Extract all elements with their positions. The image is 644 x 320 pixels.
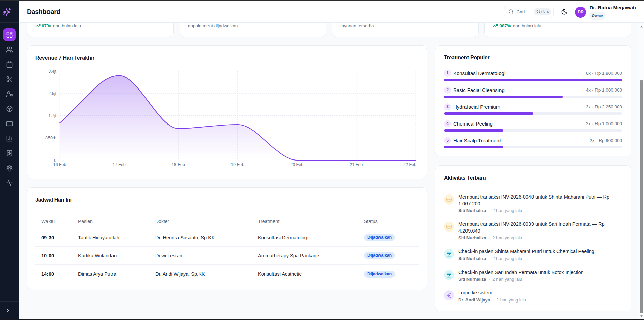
cell-time: 14:00 <box>41 271 78 277</box>
status-badge: Dijadwalkan <box>364 234 395 241</box>
content-viewport: 67% dari bulan lalu appointment dijadwal… <box>19 23 644 319</box>
activity-text: Check-in pasien Sari Indah Permata untuk… <box>458 269 584 276</box>
svg-text:21 Feb: 21 Feb <box>350 162 363 167</box>
cell-time: 10:00 <box>41 253 78 258</box>
search-placeholder: Cari... <box>516 9 532 14</box>
sidebar-item-activity[interactable] <box>3 176 16 189</box>
treatment-progress-fill <box>444 146 503 148</box>
cell-treatment: Konsultasi Aesthetic <box>258 271 364 277</box>
dark-mode-toggle[interactable] <box>561 9 568 15</box>
sidebar-item-treatments[interactable] <box>3 73 16 85</box>
activity-meta: Dr. Andi Wijaya · 2 hari yang lalu <box>458 297 526 303</box>
sidebar-collapse-button[interactable] <box>0 301 19 319</box>
receipt-icon <box>6 150 13 157</box>
treatment-name: Hair Scalp Treatment <box>453 138 501 143</box>
stat-card-appointments: appointment dijadwalkan <box>180 23 326 37</box>
activity-text: Membuat transaksi INV-2026-0039 untuk Sa… <box>458 221 620 234</box>
scrolled-content: 67% dari bulan lalu appointment dijadwal… <box>27 23 631 311</box>
activity-title: Aktivitas Terbaru <box>444 175 622 181</box>
revenue-area-chart: 0850rb1.7jt2.5jt3.4jt16 Feb17 Feb18 Feb1… <box>35 67 419 168</box>
search-input[interactable]: Cari... Ctrl K <box>504 6 554 18</box>
main-grid: Revenue 7 Hari Terakhir 0850rb1.7jt2.5jt… <box>27 45 631 311</box>
sidebar-item-payments[interactable] <box>3 117 16 130</box>
treatments-title: Treatment Populer <box>444 55 622 61</box>
sidebar-item-patients[interactable] <box>3 43 16 56</box>
scrollbar-thumb[interactable] <box>640 80 643 313</box>
treatment-item: 1 Konsultasi Dermatologi 6x · Rp 1.800.0… <box>444 69 622 81</box>
column-header-treatment: Treatment <box>258 219 364 224</box>
activity-item-partial-icon <box>444 311 454 311</box>
treatment-progress-fill <box>444 96 563 98</box>
cell-treatment: Konsultasi Dermatologi <box>258 235 364 240</box>
svg-text:20 Feb: 20 Feb <box>290 162 303 167</box>
credit-card-icon <box>444 194 454 205</box>
trending-up-icon <box>493 23 498 28</box>
chart-title: Revenue 7 Hari Terakhir <box>35 55 419 61</box>
table-header-row: Waktu Pasien Dokter Treatment Status <box>35 214 419 228</box>
search-shortcut-badge: Ctrl K <box>534 8 551 15</box>
treatment-progress-fill <box>444 129 503 132</box>
treatment-progress-track <box>444 146 622 148</box>
rank-badge: 5 <box>444 137 451 144</box>
sidebar-item-appointments[interactable] <box>3 58 16 71</box>
sidebar-item-settings[interactable] <box>3 162 16 174</box>
sidebar-item-inventory[interactable] <box>3 102 16 115</box>
sidebar-item-dashboard[interactable] <box>3 28 16 41</box>
svg-text:18 Feb: 18 Feb <box>172 162 185 167</box>
treatment-name: Hydrafacial Premium <box>453 104 500 110</box>
calendar-check-icon <box>444 270 454 280</box>
rank-badge: 3 <box>444 103 451 110</box>
activity-item: Login ke sistem Dr. Andi Wijaya · 2 hari… <box>444 290 622 303</box>
top-header: Dashboard Cari... Ctrl K DR Dr. Ratna Me… <box>19 1 644 23</box>
stat-delta-pct: 987% <box>499 23 511 28</box>
scrollbar-up-arrow[interactable] <box>639 25 644 28</box>
svg-text:1.7jt: 1.7jt <box>48 113 56 118</box>
sidebar-item-staff[interactable] <box>3 87 16 100</box>
treatment-item: 3 Hydrafacial Premium 3x · Rp 2.250.000 <box>444 102 622 115</box>
treatment-progress-fill <box>444 79 622 81</box>
table-row[interactable]: 10:00 Kartika Wulandari Dewi Lestari Aro… <box>35 247 419 265</box>
activity-list: Membuat transaksi INV-2026-0040 untuk Sh… <box>444 194 622 303</box>
package-icon <box>6 105 13 112</box>
stats-row: 67% dari bulan lalu appointment dijadwal… <box>27 23 631 37</box>
treatment-name: Chemical Peeling <box>453 121 493 127</box>
stat-card-growth: 987% dari bulan lalu <box>484 23 631 37</box>
cell-treatment: Aromatherapy Spa Package <box>258 253 364 258</box>
activity-meta: Siti Nurhaliza · 2 hari yang lalu <box>458 235 620 241</box>
popular-treatments-card: Treatment Populer 1 Konsultasi Dermatolo… <box>435 45 631 156</box>
cell-patient: Dimas Arya Putra <box>78 271 155 277</box>
schedule-card: Jadwal Hari Ini Waktu Pasien Dokter Trea… <box>27 187 427 290</box>
page-title: Dashboard <box>27 8 60 16</box>
sparkles-logo-icon <box>3 8 11 16</box>
sidebar-item-invoices[interactable] <box>3 147 16 159</box>
main-area: Dashboard Cari... Ctrl K DR Dr. Ratna Me… <box>19 1 644 319</box>
vertical-scrollbar[interactable] <box>639 23 644 319</box>
table-row[interactable]: 14:00 Dimas Arya Putra Dr. Andi Wijaya, … <box>35 265 419 283</box>
svg-text:19 Feb: 19 Feb <box>231 162 244 167</box>
scissors-icon <box>6 76 13 83</box>
table-row[interactable]: 09:30 Taufik Hidayatullah Dr. Hendra Sus… <box>35 228 419 247</box>
activity-item: Check-in pasien Sari Indah Permata untuk… <box>444 269 622 283</box>
treatment-meta: 4x · Rp 1.000.000 <box>586 87 622 93</box>
activity-text: Login ke sistem <box>458 290 526 296</box>
sidebar-item-reports[interactable] <box>3 132 16 145</box>
treatment-name: Konsultasi Dermatologi <box>453 70 505 76</box>
treatment-item: 4 Chemical Peeling 2x · Rp 1.000.000 <box>444 119 622 132</box>
calendar-check-icon <box>444 249 454 259</box>
credit-card-icon <box>6 120 13 127</box>
scrollbar-down-arrow[interactable] <box>639 315 644 318</box>
cell-doctor: Dr. Andi Wijaya, Sp.KK <box>155 271 258 277</box>
stat-delta: appointment dijadwalkan <box>188 23 318 28</box>
cell-patient: Taufik Hidayatullah <box>78 235 155 240</box>
users-icon <box>6 46 13 53</box>
cell-doctor: Dr. Hendra Susanto, Sp.KK <box>155 235 258 240</box>
revenue-chart-card: Revenue 7 Hari Terakhir 0850rb1.7jt2.5jt… <box>27 45 427 179</box>
window-bottom-bar <box>0 319 644 320</box>
right-column: Treatment Populer 1 Konsultasi Dermatolo… <box>435 45 631 311</box>
status-badge: Dijadwalkan <box>364 252 395 259</box>
stat-delta-text: layanan tersedia <box>341 23 374 28</box>
user-menu[interactable]: DR Dr. Ratna Megawati Owner <box>575 4 636 20</box>
moon-icon <box>561 9 568 15</box>
treatment-meta: 6x · Rp 1.800.000 <box>586 71 622 76</box>
activity-item: Membuat transaksi INV-2026-0039 untuk Sa… <box>444 221 622 241</box>
